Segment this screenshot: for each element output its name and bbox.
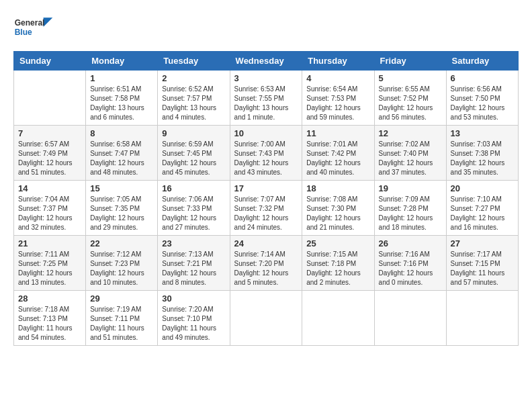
calendar-cell: 21Sunrise: 7:11 AM Sunset: 7:25 PM Dayli… <box>14 236 86 291</box>
day-info: Sunrise: 7:17 AM Sunset: 7:15 PM Dayligh… <box>451 250 514 287</box>
day-info: Sunrise: 7:16 AM Sunset: 7:16 PM Dayligh… <box>379 250 442 287</box>
calendar-cell: 20Sunrise: 7:10 AM Sunset: 7:27 PM Dayli… <box>446 181 518 236</box>
day-info: Sunrise: 7:12 AM Sunset: 7:23 PM Dayligh… <box>90 250 153 287</box>
calendar-cell: 4Sunrise: 6:54 AM Sunset: 7:53 PM Daylig… <box>302 71 374 126</box>
day-info: Sunrise: 7:09 AM Sunset: 7:28 PM Dayligh… <box>379 195 442 232</box>
day-number: 2 <box>162 73 225 83</box>
calendar-cell: 2Sunrise: 6:52 AM Sunset: 7:57 PM Daylig… <box>158 71 230 126</box>
day-info: Sunrise: 7:10 AM Sunset: 7:27 PM Dayligh… <box>451 195 514 232</box>
calendar-cell: 18Sunrise: 7:08 AM Sunset: 7:30 PM Dayli… <box>302 181 374 236</box>
weekday-header: Monday <box>86 52 158 71</box>
day-number: 6 <box>451 73 514 83</box>
day-number: 17 <box>234 183 298 193</box>
day-number: 8 <box>90 128 153 138</box>
calendar-cell: 5Sunrise: 6:55 AM Sunset: 7:52 PM Daylig… <box>374 71 446 126</box>
day-number: 28 <box>18 293 81 304</box>
day-number: 30 <box>162 293 225 304</box>
day-number: 16 <box>162 183 225 193</box>
calendar-cell: 22Sunrise: 7:12 AM Sunset: 7:23 PM Dayli… <box>86 236 158 291</box>
day-info: Sunrise: 7:20 AM Sunset: 7:10 PM Dayligh… <box>162 305 225 342</box>
calendar-cell: 25Sunrise: 7:15 AM Sunset: 7:18 PM Dayli… <box>302 236 374 291</box>
svg-marker-0 <box>44 17 53 27</box>
calendar-cell: 16Sunrise: 7:06 AM Sunset: 7:33 PM Dayli… <box>158 181 230 236</box>
calendar-cell: 17Sunrise: 7:07 AM Sunset: 7:32 PM Dayli… <box>230 181 302 236</box>
day-info: Sunrise: 6:59 AM Sunset: 7:45 PM Dayligh… <box>162 140 225 177</box>
weekday-header: Saturday <box>446 52 518 71</box>
calendar-cell: 7Sunrise: 6:57 AM Sunset: 7:49 PM Daylig… <box>14 126 86 181</box>
calendar-cell: 28Sunrise: 7:18 AM Sunset: 7:13 PM Dayli… <box>14 291 86 346</box>
calendar-cell <box>374 291 446 346</box>
page-header: GeneralBlue <box>13 13 519 40</box>
weekday-header: Tuesday <box>158 52 230 71</box>
day-info: Sunrise: 7:15 AM Sunset: 7:18 PM Dayligh… <box>306 250 369 287</box>
day-info: Sunrise: 6:57 AM Sunset: 7:49 PM Dayligh… <box>18 140 81 177</box>
day-info: Sunrise: 7:02 AM Sunset: 7:40 PM Dayligh… <box>379 140 442 177</box>
day-info: Sunrise: 7:03 AM Sunset: 7:38 PM Dayligh… <box>451 140 514 177</box>
day-number: 18 <box>306 183 369 193</box>
calendar-week-row: 21Sunrise: 7:11 AM Sunset: 7:25 PM Dayli… <box>14 236 519 291</box>
day-number: 3 <box>234 73 298 83</box>
day-info: Sunrise: 6:51 AM Sunset: 7:58 PM Dayligh… <box>90 85 153 122</box>
day-number: 1 <box>90 73 153 83</box>
day-number: 27 <box>451 238 514 248</box>
day-info: Sunrise: 7:14 AM Sunset: 7:20 PM Dayligh… <box>234 250 298 287</box>
day-number: 22 <box>90 238 153 248</box>
day-number: 4 <box>306 73 369 83</box>
calendar-cell: 27Sunrise: 7:17 AM Sunset: 7:15 PM Dayli… <box>446 236 518 291</box>
calendar-cell <box>14 71 86 126</box>
day-info: Sunrise: 7:11 AM Sunset: 7:25 PM Dayligh… <box>18 250 81 287</box>
calendar-cell: 1Sunrise: 6:51 AM Sunset: 7:58 PM Daylig… <box>86 71 158 126</box>
calendar-week-row: 7Sunrise: 6:57 AM Sunset: 7:49 PM Daylig… <box>14 126 519 181</box>
day-info: Sunrise: 7:07 AM Sunset: 7:32 PM Dayligh… <box>234 195 298 232</box>
day-number: 9 <box>162 128 225 138</box>
calendar-cell: 15Sunrise: 7:05 AM Sunset: 7:35 PM Dayli… <box>86 181 158 236</box>
day-info: Sunrise: 6:52 AM Sunset: 7:57 PM Dayligh… <box>162 85 225 122</box>
day-info: Sunrise: 7:04 AM Sunset: 7:37 PM Dayligh… <box>18 195 81 232</box>
day-info: Sunrise: 7:13 AM Sunset: 7:21 PM Dayligh… <box>162 250 225 287</box>
day-info: Sunrise: 6:53 AM Sunset: 7:55 PM Dayligh… <box>234 85 298 122</box>
day-info: Sunrise: 6:58 AM Sunset: 7:47 PM Dayligh… <box>90 140 153 177</box>
calendar-cell: 13Sunrise: 7:03 AM Sunset: 7:38 PM Dayli… <box>446 126 518 181</box>
logo-svg: GeneralBlue <box>13 13 54 40</box>
day-number: 15 <box>90 183 153 193</box>
weekday-header: Wednesday <box>230 52 302 71</box>
calendar-cell: 3Sunrise: 6:53 AM Sunset: 7:55 PM Daylig… <box>230 71 302 126</box>
calendar-cell: 19Sunrise: 7:09 AM Sunset: 7:28 PM Dayli… <box>374 181 446 236</box>
day-info: Sunrise: 7:06 AM Sunset: 7:33 PM Dayligh… <box>162 195 225 232</box>
svg-text:General: General <box>15 18 45 28</box>
day-number: 19 <box>379 183 442 193</box>
day-info: Sunrise: 7:18 AM Sunset: 7:13 PM Dayligh… <box>18 305 81 342</box>
calendar-cell: 11Sunrise: 7:01 AM Sunset: 7:42 PM Dayli… <box>302 126 374 181</box>
calendar-cell: 23Sunrise: 7:13 AM Sunset: 7:21 PM Dayli… <box>158 236 230 291</box>
day-number: 23 <box>162 238 225 248</box>
calendar-cell: 29Sunrise: 7:19 AM Sunset: 7:11 PM Dayli… <box>86 291 158 346</box>
calendar-cell: 12Sunrise: 7:02 AM Sunset: 7:40 PM Dayli… <box>374 126 446 181</box>
calendar-table: SundayMondayTuesdayWednesdayThursdayFrid… <box>13 51 519 346</box>
day-number: 14 <box>18 183 81 193</box>
calendar-cell: 10Sunrise: 7:00 AM Sunset: 7:43 PM Dayli… <box>230 126 302 181</box>
day-number: 10 <box>234 128 298 138</box>
calendar-cell <box>446 291 518 346</box>
logo: GeneralBlue <box>13 13 54 40</box>
day-number: 21 <box>18 238 81 248</box>
day-number: 11 <box>306 128 369 138</box>
day-info: Sunrise: 7:00 AM Sunset: 7:43 PM Dayligh… <box>234 140 298 177</box>
day-info: Sunrise: 6:55 AM Sunset: 7:52 PM Dayligh… <box>379 85 442 122</box>
weekday-header: Sunday <box>14 52 86 71</box>
calendar-cell: 24Sunrise: 7:14 AM Sunset: 7:20 PM Dayli… <box>230 236 302 291</box>
day-number: 5 <box>379 73 442 83</box>
calendar-cell: 14Sunrise: 7:04 AM Sunset: 7:37 PM Dayli… <box>14 181 86 236</box>
calendar-week-row: 28Sunrise: 7:18 AM Sunset: 7:13 PM Dayli… <box>14 291 519 346</box>
day-number: 24 <box>234 238 298 248</box>
day-number: 26 <box>379 238 442 248</box>
day-number: 7 <box>18 128 81 138</box>
calendar-cell <box>230 291 302 346</box>
weekday-header: Friday <box>374 52 446 71</box>
day-info: Sunrise: 7:01 AM Sunset: 7:42 PM Dayligh… <box>306 140 369 177</box>
svg-text:Blue: Blue <box>15 28 32 37</box>
calendar-cell: 9Sunrise: 6:59 AM Sunset: 7:45 PM Daylig… <box>158 126 230 181</box>
day-info: Sunrise: 6:56 AM Sunset: 7:50 PM Dayligh… <box>451 85 514 122</box>
weekday-header: Thursday <box>302 52 374 71</box>
calendar-cell: 26Sunrise: 7:16 AM Sunset: 7:16 PM Dayli… <box>374 236 446 291</box>
day-info: Sunrise: 7:08 AM Sunset: 7:30 PM Dayligh… <box>306 195 369 232</box>
